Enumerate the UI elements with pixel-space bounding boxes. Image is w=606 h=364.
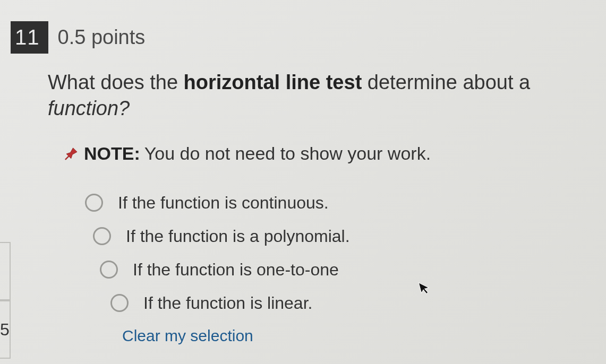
radio-icon[interactable] [93, 227, 111, 245]
radio-icon[interactable] [85, 194, 103, 212]
option-linear[interactable]: If the function is linear. [110, 293, 585, 313]
nav-cell-empty[interactable] [0, 242, 11, 300]
page-number: 5 [0, 320, 10, 340]
option-label: If the function is continuous. [118, 193, 329, 213]
question-nav-rail: 5 [0, 0, 11, 364]
option-one-to-one[interactable]: If the function is one-to-one [100, 260, 585, 280]
prompt-prefix: What does the [48, 71, 184, 93]
option-label: If the function is linear. [143, 293, 312, 313]
pin-icon [64, 145, 80, 161]
prompt-bold: horizontal line test [184, 71, 362, 93]
question-prompt: What does the horizontal line test deter… [48, 70, 585, 122]
prompt-mid: determine about a [362, 71, 530, 93]
question-panel: 11 0.5 points What does the horizontal l… [11, 0, 606, 364]
question-number-badge: 11 [11, 21, 48, 54]
note-label: NOTE: [84, 143, 140, 164]
note-row: NOTE: You do not need to show your work. [64, 143, 585, 164]
option-continuous[interactable]: If the function is continuous. [85, 193, 585, 213]
note-text: You do not need to show your work. [144, 143, 431, 164]
option-label: If the function is one-to-one [133, 260, 339, 280]
prompt-italic: function? [48, 97, 130, 119]
question-header: 11 0.5 points [11, 21, 585, 54]
question-points: 0.5 points [58, 26, 146, 49]
radio-icon[interactable] [110, 294, 129, 312]
options-group: If the function is continuous. If the fu… [85, 193, 585, 313]
option-polynomial[interactable]: If the function is a polynomial. [93, 227, 585, 246]
radio-icon[interactable] [100, 261, 118, 279]
nav-cell-page[interactable]: 5 [0, 300, 11, 359]
option-label: If the function is a polynomial. [126, 227, 350, 246]
clear-selection-link[interactable]: Clear my selection [122, 327, 585, 345]
